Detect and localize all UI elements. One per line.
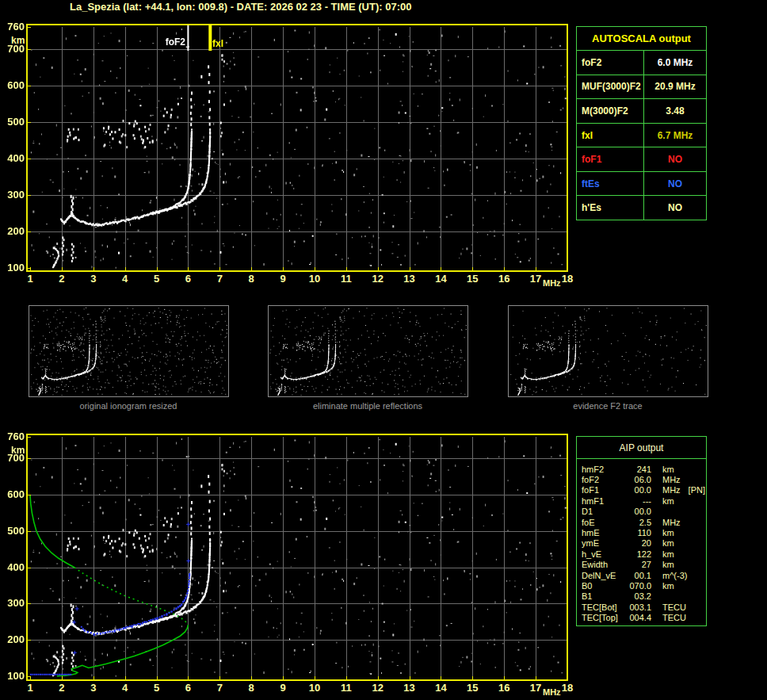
aip-row: hmE110km [582, 527, 706, 537]
x-tick-label: 4 [122, 273, 128, 285]
x-tick-label: 2 [59, 273, 64, 285]
autoscala-row-value: NO [644, 196, 706, 220]
aip-row: hmF2241km [582, 464, 706, 474]
aip-row: foE2.5MHz [582, 517, 706, 527]
aip-row-value: 003.1 [624, 602, 651, 612]
autoscala-row: foF1NO [577, 147, 706, 171]
autoscala-row-value: 6.7 MHz [644, 124, 706, 147]
autoscala-row: h'EsNO [577, 195, 706, 220]
aip-row: TEC[Bot]003.1TECU [582, 602, 706, 612]
aip-row-value: 110 [624, 528, 651, 537]
aip-row-unit: km [662, 581, 674, 591]
aip-row-label: D1 [582, 507, 624, 516]
aip-row-value: 27 [624, 560, 651, 569]
aip-row-value: 122 [624, 549, 651, 559]
aip-row-value: 00.0 [624, 485, 651, 495]
autoscala-row-value: NO [644, 147, 706, 171]
x-tick-label: 9 [280, 273, 285, 285]
thumbnail-caption-evidence: evidence F2 trace [573, 401, 642, 411]
aip-row-value: 241 [624, 465, 651, 474]
aip-row-label: TEC[Bot] [582, 602, 624, 612]
aip-row-value: 03.2 [624, 591, 651, 601]
autoscala-row-label: fxI [577, 124, 644, 147]
aip-output-table: AIP output hmF2241kmfoF206.0MHzfoF100.0M… [576, 436, 707, 626]
aip-row-label: B1 [582, 591, 624, 601]
x-tick-label: 11 [341, 273, 352, 285]
x-tick-label: 17 [530, 273, 541, 285]
aip-row-value: 2.5 [624, 518, 651, 527]
aip-row-label: foF1 [582, 485, 624, 495]
y-tick-label: 500 [0, 117, 25, 128]
aip-table-rows: hmF2241kmfoF206.0MHzfoF100.0MHz[PN]hmF1-… [577, 459, 706, 625]
x-tick-label: 5 [154, 683, 159, 694]
autoscala-row-value: 20.9 MHz [644, 75, 706, 99]
x-tick-label: 4 [122, 683, 128, 694]
autoscala-output-table: AUTOSCALA output foF26.0 MHzMUF(3000)F22… [576, 26, 707, 220]
x-tick-label: 15 [467, 683, 478, 694]
aip-table-header: AIP output [577, 437, 706, 459]
aip-row-unit: km [662, 560, 674, 569]
aip-row: h_vE122km [582, 549, 706, 559]
aip-row-value: --- [624, 496, 651, 506]
autoscala-row: foF26.0 MHz [577, 50, 706, 75]
aip-row: foF206.0MHz [582, 474, 706, 484]
y-tick-label: 400 [0, 562, 25, 573]
aip-row-value: 004.4 [624, 613, 651, 622]
autoscala-row-label: h'Es [577, 196, 644, 220]
x-tick-label: 9 [280, 683, 285, 694]
y-tick-label: 600 [0, 489, 25, 500]
aip-row-value: 00.1 [624, 571, 651, 580]
x-tick-label: 11 [341, 683, 352, 694]
y-tick-label: 400 [0, 153, 25, 164]
y-tick-label: 300 [0, 189, 25, 201]
x-tick-label: 13 [403, 273, 414, 285]
aip-row-value: 20 [624, 538, 651, 548]
aip-row: B0070.0km [582, 580, 706, 591]
x-tick-label: 8 [249, 683, 254, 694]
x-tick-label: 16 [498, 683, 509, 694]
thumbnail-caption-eliminate: eliminate multiple reflections [313, 401, 422, 411]
x-tick-label: 12 [372, 273, 383, 285]
autoscala-row-label: foF1 [577, 147, 644, 171]
aip-row: D100.0 [582, 507, 706, 517]
aip-row-unit: km [662, 465, 674, 474]
x-tick-label: 7 [217, 273, 223, 285]
aip-row-label: TEC[Top] [582, 613, 624, 622]
autoscala-row: fxI6.7 MHz [577, 123, 706, 147]
autoscala-row-value: 6.0 MHz [644, 51, 706, 75]
aip-row-unit: km [662, 496, 674, 506]
aip-row-unit: km [662, 538, 674, 548]
aip-row-label: hmF1 [582, 496, 624, 506]
page-title: La_Spezia (lat: +44.1, lon: 009.8) - DAT… [70, 1, 411, 13]
x-tick-label: 12 [372, 683, 383, 694]
x-tick-label: 10 [309, 273, 320, 285]
aip-row: B103.2 [582, 591, 706, 602]
fxI-marker-label: fxI [212, 38, 223, 49]
aip-row-unit: km [662, 549, 674, 559]
x-tick-label: 5 [154, 273, 159, 285]
x-tick-label: 16 [498, 273, 509, 285]
autoscala-row-label: MUF(3000)F2 [577, 75, 644, 99]
x-tick-label: 10 [309, 683, 320, 694]
aip-row-unit: MHz [662, 485, 681, 495]
autoscala-output-screen: { "title": "La_Spezia (lat: +44.1, lon: … [0, 0, 767, 700]
aip-row-note: [PN] [689, 485, 705, 495]
thumbnail-eliminate-reflections [268, 305, 468, 397]
x-tick-label: 7 [217, 683, 223, 694]
aip-row-label: B0 [582, 581, 624, 591]
top-ionogram-canvas [26, 24, 568, 272]
aip-row: foF100.0MHz[PN] [582, 485, 706, 495]
y-tick-label: 100 [0, 262, 25, 273]
x-tick-label: 2 [59, 683, 64, 694]
x-axis-unit-label: MHz [543, 278, 561, 288]
y-tick-label: 300 [0, 598, 25, 609]
x-tick-label: 6 [185, 683, 191, 694]
aip-row: TEC[Top]004.4TECU [582, 612, 706, 622]
y-tick-label: 760 [0, 431, 25, 442]
aip-row-label: hmF2 [582, 465, 624, 474]
aip-row-label: Ewidth [582, 560, 624, 569]
aip-row-label: h_vE [582, 549, 624, 559]
aip-row-label: DelN_vE [582, 571, 624, 580]
x-tick-label: 17 [530, 683, 541, 694]
autoscala-row: MUF(3000)F220.9 MHz [577, 75, 706, 99]
